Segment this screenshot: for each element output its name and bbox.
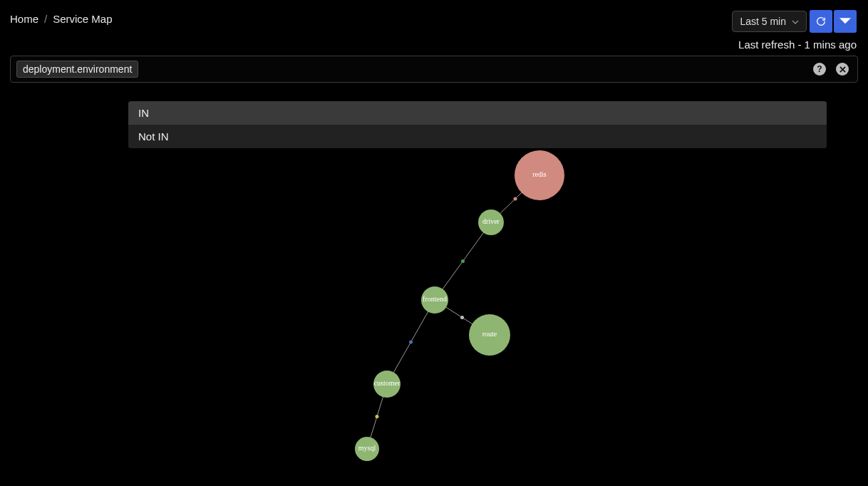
refresh-icon <box>815 16 827 27</box>
edge-dot <box>514 197 517 201</box>
breadcrumb-home[interactable]: Home <box>10 13 38 25</box>
node-label-frontend: frontend <box>423 295 447 303</box>
breadcrumb-current: Service Map <box>53 13 112 25</box>
node-label-redis: redis <box>532 170 547 178</box>
breadcrumb-sep: / <box>44 13 47 25</box>
filter-bar[interactable]: deployment.environment ? <box>10 56 858 83</box>
node-label-route: route <box>482 330 497 338</box>
time-range-label: Last 5 min <box>740 16 786 27</box>
edge-dot <box>460 316 464 319</box>
clear-filter-icon[interactable] <box>836 63 849 76</box>
last-refresh-text: Last refresh - 1 mins ago <box>738 38 857 51</box>
caret-down-icon <box>839 16 851 27</box>
node-label-driver: driver <box>482 217 500 225</box>
refresh-interval-button[interactable] <box>834 10 857 33</box>
edge-dot <box>461 259 465 263</box>
chevron-down-icon <box>792 18 799 26</box>
refresh-button[interactable] <box>810 10 832 33</box>
filter-tag[interactable]: deployment.environment <box>16 61 138 78</box>
node-label-customer: customer <box>374 379 401 387</box>
service-map-graph[interactable]: redisdriverfrontendroutecustomermysql <box>0 100 868 485</box>
breadcrumb: Home / Service Map <box>10 10 113 25</box>
edge-dot <box>409 341 413 344</box>
edge-dot <box>376 415 379 418</box>
node-label-mysql: mysql <box>358 444 376 452</box>
help-icon[interactable]: ? <box>813 63 826 76</box>
time-range-select[interactable]: Last 5 min <box>732 11 807 32</box>
